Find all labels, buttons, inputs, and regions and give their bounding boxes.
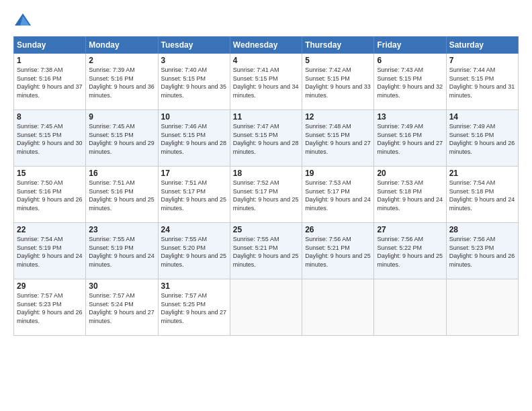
calendar-cell: 14 Sunrise: 7:49 AMSunset: 5:16 PMDaylig… — [446, 110, 518, 167]
day-info: Sunrise: 7:53 AMSunset: 5:18 PMDaylight:… — [377, 179, 443, 212]
calendar-cell: 21 Sunrise: 7:54 AMSunset: 5:18 PMDaylig… — [446, 167, 518, 223]
calendar-cell: 2 Sunrise: 7:39 AMSunset: 5:16 PMDayligh… — [86, 54, 158, 110]
day-number: 20 — [377, 169, 443, 178]
calendar-cell: 10 Sunrise: 7:46 AMSunset: 5:15 PMDaylig… — [158, 110, 230, 167]
calendar-cell — [446, 279, 518, 336]
day-info: Sunrise: 7:57 AMSunset: 5:23 PMDaylight:… — [17, 292, 83, 324]
day-info: Sunrise: 7:50 AMSunset: 5:16 PMDaylight:… — [17, 179, 83, 212]
calendar-cell: 25 Sunrise: 7:55 AMSunset: 5:21 PMDaylig… — [230, 223, 302, 279]
calendar-cell: 8 Sunrise: 7:45 AMSunset: 5:15 PMDayligh… — [14, 110, 86, 167]
day-info: Sunrise: 7:49 AMSunset: 5:16 PMDaylight:… — [377, 123, 443, 155]
header-day-thursday: Thursday — [302, 37, 374, 54]
day-info: Sunrise: 7:52 AMSunset: 5:17 PMDaylight:… — [233, 179, 299, 212]
day-number: 31 — [161, 281, 227, 291]
calendar-cell: 19 Sunrise: 7:53 AMSunset: 5:17 PMDaylig… — [302, 167, 374, 223]
day-number: 25 — [233, 225, 299, 234]
header-day-wednesday: Wednesday — [230, 37, 302, 54]
day-number: 13 — [377, 112, 443, 122]
day-info: Sunrise: 7:55 AMSunset: 5:19 PMDaylight:… — [89, 236, 154, 268]
day-info: Sunrise: 7:39 AMSunset: 5:16 PMDaylight:… — [89, 66, 154, 99]
header-day-friday: Friday — [374, 37, 446, 54]
header-day-saturday: Saturday — [446, 37, 518, 54]
day-number: 12 — [305, 112, 371, 122]
day-info: Sunrise: 7:57 AMSunset: 5:25 PMDaylight:… — [161, 292, 227, 324]
day-info: Sunrise: 7:54 AMSunset: 5:18 PMDaylight:… — [449, 179, 515, 212]
day-info: Sunrise: 7:56 AMSunset: 5:22 PMDaylight:… — [377, 236, 443, 268]
day-info: Sunrise: 7:55 AMSunset: 5:20 PMDaylight:… — [161, 236, 227, 268]
day-number: 19 — [305, 169, 371, 178]
header-day-tuesday: Tuesday — [158, 37, 230, 54]
logo-icon — [13, 11, 32, 30]
day-number: 6 — [377, 56, 443, 65]
week-row-1: 1 Sunrise: 7:38 AMSunset: 5:16 PMDayligh… — [14, 54, 519, 110]
day-info: Sunrise: 7:41 AMSunset: 5:15 PMDaylight:… — [233, 66, 299, 99]
calendar-cell: 17 Sunrise: 7:51 AMSunset: 5:17 PMDaylig… — [158, 167, 230, 223]
calendar-header: SundayMondayTuesdayWednesdayThursdayFrid… — [14, 37, 519, 54]
day-number: 26 — [305, 225, 371, 234]
calendar: SundayMondayTuesdayWednesdayThursdayFrid… — [13, 36, 519, 336]
day-info: Sunrise: 7:51 AMSunset: 5:17 PMDaylight:… — [161, 179, 227, 212]
header — [13, 11, 519, 30]
calendar-body: 1 Sunrise: 7:38 AMSunset: 5:16 PMDayligh… — [14, 54, 519, 336]
day-number: 14 — [449, 112, 515, 122]
day-info: Sunrise: 7:42 AMSunset: 5:15 PMDaylight:… — [305, 66, 371, 99]
day-info: Sunrise: 7:38 AMSunset: 5:16 PMDaylight:… — [17, 66, 83, 99]
calendar-cell: 13 Sunrise: 7:49 AMSunset: 5:16 PMDaylig… — [374, 110, 446, 167]
week-row-5: 29 Sunrise: 7:57 AMSunset: 5:23 PMDaylig… — [14, 279, 519, 336]
day-number: 15 — [17, 169, 83, 178]
calendar-cell: 23 Sunrise: 7:55 AMSunset: 5:19 PMDaylig… — [86, 223, 158, 279]
calendar-cell: 12 Sunrise: 7:48 AMSunset: 5:15 PMDaylig… — [302, 110, 374, 167]
calendar-cell: 18 Sunrise: 7:52 AMSunset: 5:17 PMDaylig… — [230, 167, 302, 223]
calendar-cell: 27 Sunrise: 7:56 AMSunset: 5:22 PMDaylig… — [374, 223, 446, 279]
day-number: 27 — [377, 225, 443, 234]
header-day-sunday: Sunday — [14, 37, 86, 54]
calendar-cell: 4 Sunrise: 7:41 AMSunset: 5:15 PMDayligh… — [230, 54, 302, 110]
header-row: SundayMondayTuesdayWednesdayThursdayFrid… — [14, 37, 519, 54]
day-number: 17 — [161, 169, 227, 178]
day-number: 11 — [233, 112, 299, 122]
calendar-cell — [374, 279, 446, 336]
day-info: Sunrise: 7:49 AMSunset: 5:16 PMDaylight:… — [449, 123, 515, 155]
day-number: 29 — [17, 281, 83, 291]
calendar-cell: 22 Sunrise: 7:54 AMSunset: 5:19 PMDaylig… — [14, 223, 86, 279]
day-info: Sunrise: 7:55 AMSunset: 5:21 PMDaylight:… — [233, 236, 299, 268]
day-number: 9 — [89, 112, 154, 122]
day-number: 3 — [161, 56, 227, 65]
day-info: Sunrise: 7:43 AMSunset: 5:15 PMDaylight:… — [377, 66, 443, 99]
day-info: Sunrise: 7:40 AMSunset: 5:15 PMDaylight:… — [161, 66, 227, 99]
calendar-cell — [230, 279, 302, 336]
calendar-cell: 28 Sunrise: 7:56 AMSunset: 5:23 PMDaylig… — [446, 223, 518, 279]
day-number: 8 — [17, 112, 83, 122]
day-number: 7 — [449, 56, 515, 65]
calendar-cell: 1 Sunrise: 7:38 AMSunset: 5:16 PMDayligh… — [14, 54, 86, 110]
day-number: 23 — [89, 225, 154, 234]
calendar-cell: 20 Sunrise: 7:53 AMSunset: 5:18 PMDaylig… — [374, 167, 446, 223]
calendar-cell: 26 Sunrise: 7:56 AMSunset: 5:21 PMDaylig… — [302, 223, 374, 279]
day-info: Sunrise: 7:54 AMSunset: 5:19 PMDaylight:… — [17, 236, 83, 268]
day-number: 1 — [17, 56, 83, 65]
day-info: Sunrise: 7:46 AMSunset: 5:15 PMDaylight:… — [161, 123, 227, 155]
day-info: Sunrise: 7:45 AMSunset: 5:15 PMDaylight:… — [17, 123, 83, 155]
day-number: 5 — [305, 56, 371, 65]
day-info: Sunrise: 7:53 AMSunset: 5:17 PMDaylight:… — [305, 179, 371, 212]
calendar-cell: 24 Sunrise: 7:55 AMSunset: 5:20 PMDaylig… — [158, 223, 230, 279]
day-number: 28 — [449, 225, 515, 234]
header-day-monday: Monday — [86, 37, 158, 54]
calendar-cell: 15 Sunrise: 7:50 AMSunset: 5:16 PMDaylig… — [14, 167, 86, 223]
day-number: 18 — [233, 169, 299, 178]
logo — [13, 11, 35, 30]
day-number: 30 — [89, 281, 154, 291]
day-info: Sunrise: 7:47 AMSunset: 5:15 PMDaylight:… — [233, 123, 299, 155]
calendar-cell: 7 Sunrise: 7:44 AMSunset: 5:15 PMDayligh… — [446, 54, 518, 110]
day-number: 21 — [449, 169, 515, 178]
day-number: 10 — [161, 112, 227, 122]
day-number: 4 — [233, 56, 299, 65]
day-info: Sunrise: 7:48 AMSunset: 5:15 PMDaylight:… — [305, 123, 371, 155]
day-number: 24 — [161, 225, 227, 234]
calendar-cell: 6 Sunrise: 7:43 AMSunset: 5:15 PMDayligh… — [374, 54, 446, 110]
day-info: Sunrise: 7:44 AMSunset: 5:15 PMDaylight:… — [449, 66, 515, 99]
day-info: Sunrise: 7:56 AMSunset: 5:23 PMDaylight:… — [449, 236, 515, 268]
week-row-4: 22 Sunrise: 7:54 AMSunset: 5:19 PMDaylig… — [14, 223, 519, 279]
calendar-cell: 3 Sunrise: 7:40 AMSunset: 5:15 PMDayligh… — [158, 54, 230, 110]
day-number: 16 — [89, 169, 154, 178]
